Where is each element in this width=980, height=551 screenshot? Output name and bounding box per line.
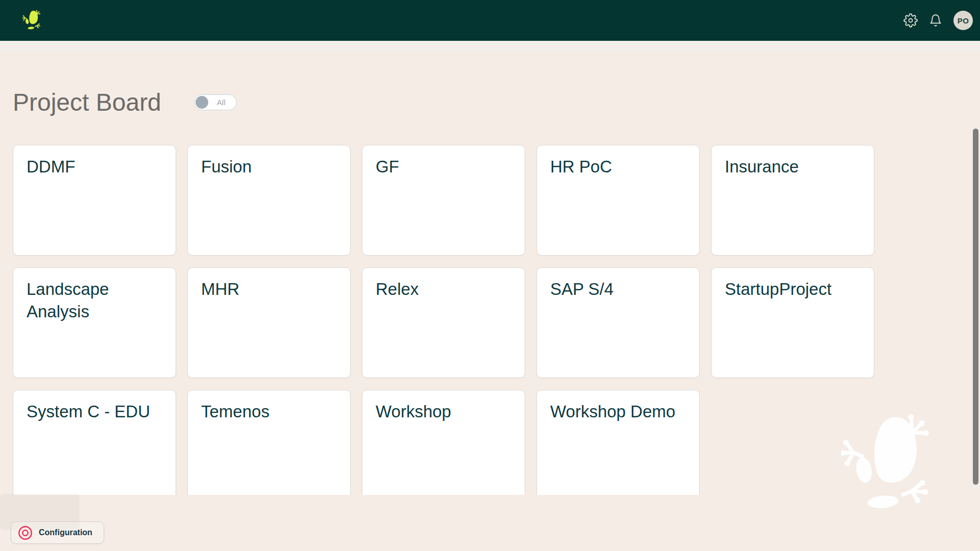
project-card-title: SAP S/4 xyxy=(537,268,699,311)
project-card-title: Workshop xyxy=(362,390,525,433)
project-card-relex[interactable]: Relex xyxy=(362,267,525,378)
project-card-temenos[interactable]: Temenos xyxy=(187,390,351,495)
project-card-title: Landscape Analysis xyxy=(13,268,176,333)
app-root: PO Project Board All DDMF Fusion GF HR P… xyxy=(0,0,980,551)
project-card-title: GF xyxy=(362,145,525,188)
project-card-title: Workshop Demo xyxy=(537,390,699,433)
project-card-title: Fusion xyxy=(188,145,350,188)
project-card-gf[interactable]: GF xyxy=(362,145,525,256)
scrollbar-thumb[interactable] xyxy=(973,129,978,485)
configuration-button[interactable]: Configuration xyxy=(11,521,104,544)
project-card-title: System C - EDU xyxy=(13,390,176,433)
project-card-title: StartupProject xyxy=(712,268,874,311)
project-card-startupproject[interactable]: StartupProject xyxy=(711,267,874,378)
configuration-label: Configuration xyxy=(39,528,92,537)
project-card-title: Relex xyxy=(362,268,525,311)
project-card-title: Temenos xyxy=(188,390,350,433)
project-card-hr-poc[interactable]: HR PoC xyxy=(536,145,700,256)
project-card-mhr[interactable]: MHR xyxy=(187,267,351,378)
app-header: PO xyxy=(0,0,980,41)
user-avatar[interactable]: PO xyxy=(953,11,973,30)
target-circle-icon xyxy=(18,525,33,540)
project-card-system-c-edu[interactable]: System C - EDU xyxy=(13,390,176,495)
header-actions: PO xyxy=(903,0,973,41)
all-filter-toggle[interactable]: All xyxy=(194,94,237,110)
page-title: Project Board xyxy=(13,88,161,116)
notifications-bell-icon[interactable] xyxy=(929,14,942,27)
project-card-title: MHR xyxy=(188,268,350,311)
toggle-label: All xyxy=(217,95,226,110)
project-card-title: HR PoC xyxy=(537,145,699,188)
toggle-knob-icon[interactable] xyxy=(195,96,208,109)
project-card-title: Insurance xyxy=(712,145,874,188)
project-card-insurance[interactable]: Insurance xyxy=(711,145,874,256)
settings-gear-icon[interactable] xyxy=(903,13,918,28)
project-card-sap-s4[interactable]: SAP S/4 xyxy=(536,267,700,378)
project-card-fusion[interactable]: Fusion xyxy=(187,145,351,256)
title-row: Project Board All xyxy=(13,87,237,117)
project-card-workshop[interactable]: Workshop xyxy=(362,390,525,495)
project-grid: DDMF Fusion GF HR PoC Insurance Landscap… xyxy=(13,145,874,495)
project-card-ddmf[interactable]: DDMF xyxy=(13,145,176,256)
project-card-landscape-analysis[interactable]: Landscape Analysis xyxy=(13,267,176,378)
board-viewport: Project Board All DDMF Fusion GF HR PoC … xyxy=(0,41,980,495)
project-card-workshop-demo[interactable]: Workshop Demo xyxy=(536,390,700,495)
project-card-title: DDMF xyxy=(13,145,176,188)
frog-logo-icon[interactable] xyxy=(22,9,42,32)
